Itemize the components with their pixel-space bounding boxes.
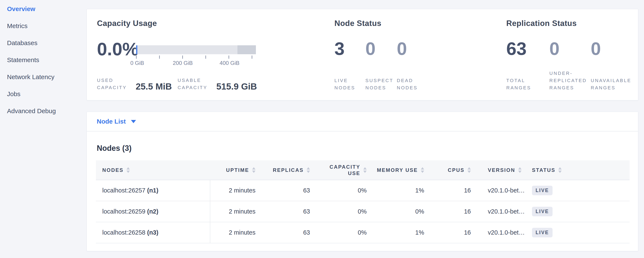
under-replicated-label-line3: RANGES — [549, 84, 591, 91]
nodes-heading: Nodes (3) — [97, 144, 132, 153]
status-cell: LIVE — [531, 207, 630, 216]
node-status-stats: 3 LIVE NODES 0 SUSPECT NODES 0 DEAD NODE… — [334, 39, 431, 91]
live-nodes-label-line2: NODES — [334, 84, 366, 91]
replication-status-stats: 63 TOTAL RANGES 0 UNDER- REPLICATED RANG… — [506, 39, 644, 91]
version-cell: v20.1.0-bet… — [482, 229, 531, 236]
capacity-used-percent: 0.0% — [97, 39, 138, 59]
total-ranges-label-line1: TOTAL — [506, 77, 549, 84]
node-address[interactable]: localhost:26257 — [102, 187, 145, 194]
memory-use-cell: 1% — [377, 229, 436, 236]
dead-nodes-value: 0 — [397, 39, 431, 59]
caret-down-icon[interactable] — [131, 120, 136, 123]
sidebar-item-jobs[interactable]: Jobs — [0, 85, 86, 102]
capacity-gauge-track — [136, 45, 256, 54]
live-nodes-stat: 3 LIVE NODES — [334, 39, 366, 91]
capacity-use-cell: 0% — [318, 187, 377, 194]
capacity-usage-title: Capacity Usage — [97, 19, 157, 28]
replicas-cell: 63 — [264, 208, 318, 215]
uptime-cell: 2 minutes — [210, 229, 264, 236]
nodes-table: NODES UPTIME REPLICAS CAPACITY USE MEMOR… — [96, 160, 630, 243]
column-header-cpus[interactable]: CPUS — [436, 167, 482, 173]
unavailable-ranges-value: 0 — [591, 39, 644, 59]
column-header-capacity-use[interactable]: CAPACITY USE — [318, 164, 377, 177]
unavailable-ranges-stat: 0 UNAVAILABLE RANGES — [591, 39, 644, 91]
column-header-capacity-use-label: CAPACITY USE — [323, 164, 360, 177]
table-row: localhost:26257 (n1) 2 minutes 63 0% 1% … — [96, 180, 630, 201]
column-header-memory-use-label: MEMORY USE — [377, 167, 418, 173]
sort-icon — [126, 167, 130, 173]
replication-status-title: Replication Status — [506, 19, 577, 28]
cpus-cell: 16 — [436, 229, 482, 236]
node-id: (n2) — [147, 208, 158, 215]
column-header-uptime[interactable]: UPTIME — [210, 167, 264, 173]
capacity-stats: USED CAPACITY 25.5 MiB USABLE CAPACITY 5… — [97, 77, 257, 91]
node-id: (n1) — [147, 187, 158, 194]
node-address[interactable]: localhost:26258 — [102, 229, 145, 236]
cluster-overview-card: Capacity Usage 0.0% 0 GiB 200 GiB 400 Gi… — [86, 9, 638, 100]
replicas-cell: 63 — [264, 187, 318, 194]
node-address[interactable]: localhost:26259 — [102, 208, 145, 215]
replicas-cell: 63 — [264, 229, 318, 236]
status-badge: LIVE — [532, 186, 552, 195]
column-header-replicas[interactable]: REPLICAS — [264, 167, 318, 173]
status-cell: LIVE — [531, 228, 630, 237]
sidebar-item-databases[interactable]: Databases — [0, 35, 86, 51]
cpus-cell: 16 — [436, 208, 482, 215]
sidebar-item-advanced-debug[interactable]: Advanced Debug — [0, 102, 86, 119]
live-nodes-value: 3 — [334, 39, 366, 59]
under-replicated-ranges-stat: 0 UNDER- REPLICATED RANGES — [549, 39, 591, 91]
capacity-gauge-labels: 0 GiB 200 GiB 400 GiB — [136, 59, 256, 66]
capacity-gauge-used-marker — [136, 45, 137, 54]
node-address-cell[interactable]: localhost:26258 (n3) — [96, 229, 210, 236]
node-list-selector[interactable]: Node List — [97, 118, 126, 125]
sort-icon — [306, 167, 310, 173]
live-nodes-label-line1: LIVE — [334, 77, 366, 84]
capacity-use-cell: 0% — [318, 229, 377, 236]
column-header-memory-use[interactable]: MEMORY USE — [377, 167, 436, 173]
usable-capacity-label-line1: USABLE — [178, 77, 207, 84]
column-header-nodes[interactable]: NODES — [96, 167, 210, 173]
table-row: localhost:26258 (n3) 2 minutes 63 0% 1% … — [96, 222, 630, 243]
sort-icon — [468, 167, 471, 173]
unavailable-ranges-label-line1: UNAVAILABLE — [591, 77, 644, 84]
memory-use-cell: 0% — [377, 208, 436, 215]
suspect-nodes-value: 0 — [366, 39, 397, 59]
capacity-gauge-extra-segment — [238, 45, 256, 54]
sidebar-item-network-latency[interactable]: Network Latency — [0, 68, 86, 85]
dead-nodes-stat: 0 DEAD NODES — [397, 39, 431, 91]
sort-icon — [558, 167, 562, 173]
usable-capacity-label-line2: CAPACITY — [178, 84, 207, 91]
column-header-replicas-label: REPLICAS — [273, 167, 304, 173]
memory-use-cell: 1% — [377, 187, 436, 194]
capacity-gauge: 0 GiB 200 GiB 400 GiB — [136, 45, 256, 66]
uptime-cell: 2 minutes — [210, 208, 264, 215]
suspect-nodes-label-line1: SUSPECT — [366, 77, 397, 84]
usable-capacity-stat: USABLE CAPACITY 515.9 GiB — [178, 77, 257, 91]
status-badge: LIVE — [532, 207, 552, 216]
sidebar-item-metrics[interactable]: Metrics — [0, 18, 86, 35]
node-address-cell[interactable]: localhost:26257 (n1) — [96, 187, 210, 194]
sidebar-item-statements[interactable]: Statements — [0, 51, 86, 68]
column-header-status-label: STATUS — [532, 167, 555, 173]
node-address-cell[interactable]: localhost:26259 (n2) — [96, 208, 210, 215]
suspect-nodes-stat: 0 SUSPECT NODES — [366, 39, 397, 91]
sidebar-item-overview[interactable]: Overview — [0, 1, 86, 18]
under-replicated-label-line2: REPLICATED — [549, 77, 591, 84]
table-row: localhost:26259 (n2) 2 minutes 63 0% 0% … — [96, 201, 630, 222]
node-list-selector-bar: Node List — [87, 112, 638, 132]
dead-nodes-label-line1: DEAD — [397, 77, 431, 84]
column-header-status[interactable]: STATUS — [531, 167, 630, 173]
sort-icon — [518, 167, 522, 173]
total-ranges-stat: 63 TOTAL RANGES — [506, 39, 549, 91]
nodes-table-body: localhost:26257 (n1) 2 minutes 63 0% 1% … — [96, 180, 630, 243]
used-capacity-label-line1: USED — [97, 77, 127, 84]
status-cell: LIVE — [531, 186, 630, 195]
nodes-table-header: NODES UPTIME REPLICAS CAPACITY USE MEMOR… — [96, 160, 630, 180]
column-header-version-label: VERSION — [488, 167, 515, 173]
status-badge: LIVE — [532, 228, 552, 237]
under-replicated-ranges-value: 0 — [549, 39, 591, 59]
column-header-version[interactable]: VERSION — [482, 167, 531, 173]
table-column-divider — [210, 180, 210, 243]
sort-icon — [252, 167, 256, 173]
uptime-cell: 2 minutes — [210, 187, 264, 194]
